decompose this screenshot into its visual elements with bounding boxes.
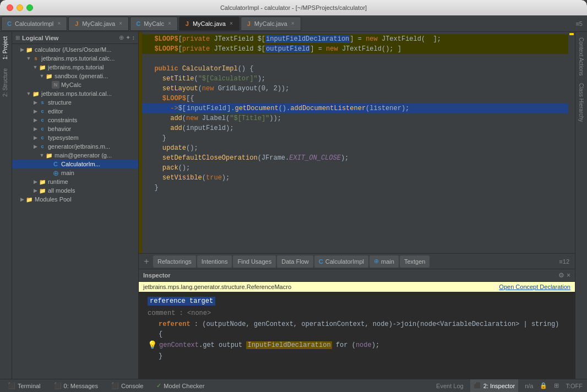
tree-item-tutorial-main[interactable]: ▼ 📁 jetbrains.mps.tutorial bbox=[12, 63, 138, 72]
tab-close-icon[interactable]: × bbox=[290, 20, 296, 27]
inspector-path-text: jetbrains.mps.lang.generator.structure.R… bbox=[143, 284, 291, 290]
j-icon: J bbox=[246, 20, 252, 27]
generator-icon: c bbox=[39, 143, 46, 150]
tree-item-structure[interactable]: ▶ s structure bbox=[12, 98, 138, 107]
panel-title: Logical View bbox=[22, 35, 58, 41]
tree-item-runtime[interactable]: ▶ 📁 runtime bbox=[12, 177, 138, 186]
right-tab-class-hierarchy[interactable]: Class Hierarchy bbox=[577, 80, 586, 126]
tab-close-icon[interactable]: × bbox=[117, 20, 124, 27]
tree-item-tutorial-cal[interactable]: ▼ 📁 jetbrains.mps.tutorial.cal... bbox=[12, 89, 138, 98]
add-tab-button[interactable]: + bbox=[141, 256, 152, 267]
tab-mycalc-java-1[interactable]: J MyCalc.java × bbox=[68, 17, 129, 31]
editor-content[interactable]: $LOOP$[private JTextField $[inputFieldDe… bbox=[142, 32, 568, 253]
status-tab-console[interactable]: ⬛ Console bbox=[108, 379, 146, 393]
inspector-title: Inspector bbox=[143, 272, 171, 279]
right-gutter-bar bbox=[568, 32, 575, 253]
tab-main-bottom[interactable]: ⊕ main bbox=[369, 255, 399, 268]
tab-mycalc-java-2[interactable]: J MyCalc.java × bbox=[179, 17, 240, 31]
folder-icon: 📁 bbox=[25, 46, 33, 53]
inspector-comment-row: comment : <none> bbox=[148, 308, 566, 318]
tool-sort-icon[interactable]: ↕ bbox=[132, 34, 135, 41]
sidebar-tab-structure[interactable]: 2: Structure bbox=[0, 64, 12, 101]
messages-icon: ⬛ bbox=[54, 382, 62, 389]
status-tab-inspector[interactable]: ⬛ 2: Inspector bbox=[470, 379, 518, 393]
tab-label: Find Usages bbox=[237, 258, 271, 265]
code-line: setTitle("$[Calculator]"); bbox=[142, 74, 568, 84]
event-log-link[interactable]: Event Log bbox=[436, 383, 464, 389]
tab-data-flow[interactable]: Data Flow bbox=[277, 255, 313, 268]
tab-refactorings[interactable]: Refactorings bbox=[153, 255, 196, 268]
main-icon: ⊕ bbox=[52, 169, 59, 177]
j-icon: J bbox=[73, 20, 80, 27]
tab-close-icon[interactable]: × bbox=[228, 20, 235, 27]
tabs-overflow-count[interactable]: ≡12 bbox=[556, 258, 573, 265]
inspector-settings-icon[interactable]: ⚙ bbox=[558, 271, 564, 279]
tree-item-main-generator[interactable]: ▼ 📁 main@generator (g... bbox=[12, 151, 138, 160]
tab-calculatorimpl-bottom[interactable]: C CalculatorImpl bbox=[314, 255, 368, 268]
tree-item-calculatorimpl[interactable]: C CalculatorIm... bbox=[12, 160, 138, 168]
tree-item-all-models[interactable]: ▶ 📁 all models bbox=[12, 186, 138, 195]
tab-label: CalculatorImpl bbox=[15, 20, 53, 27]
tab-label: MyCalc bbox=[144, 20, 164, 27]
tree-item-modules-pool[interactable]: ▶ 📁 Modules Pool bbox=[12, 195, 138, 204]
tab-label: main bbox=[381, 258, 394, 265]
inspector-close-brace-row: } bbox=[148, 351, 566, 361]
tree-item-mycalc-n[interactable]: N MyCalc bbox=[12, 80, 138, 89]
tree-item-sandbox[interactable]: ▼ 📁 sandbox (generati... bbox=[12, 72, 138, 80]
tree-item-main[interactable]: ⊕ main bbox=[12, 168, 138, 177]
inspector-ref-target-row: reference target bbox=[148, 296, 566, 306]
close-button[interactable] bbox=[7, 4, 13, 11]
sidebar-tab-project[interactable]: 1: Project bbox=[0, 32, 12, 64]
folder-icon: 📁 bbox=[39, 178, 46, 186]
title-bar: CalculatorImpl - calculator - [~/MPSProj… bbox=[0, 0, 587, 15]
status-tab-terminal[interactable]: ⬛ Terminal bbox=[4, 379, 44, 393]
tree-item-calculator[interactable]: ▶ 📁 calculator (/Users/Oscar/M... bbox=[12, 45, 138, 54]
open-concept-link[interactable]: Open Concept Declaration bbox=[499, 284, 570, 290]
model-checker-icon: ✓ bbox=[156, 382, 161, 389]
tool-settings-icon[interactable]: ✦ bbox=[126, 34, 131, 41]
tab-close-icon[interactable]: × bbox=[166, 20, 173, 27]
tab-mycalc-java-3[interactable]: J MyCalc.java × bbox=[241, 17, 301, 31]
content-area: 1: Project 2: Structure ⊞ Logical View ⊕… bbox=[0, 32, 587, 379]
c-icon: C bbox=[135, 20, 142, 27]
tab-calculatorimpl[interactable]: C CalculatorImpl × bbox=[1, 17, 67, 31]
status-tab-messages[interactable]: ⬛ 0: Messages bbox=[51, 379, 101, 393]
inspector-tools: ⚙ × bbox=[558, 271, 570, 279]
code-line: $LOOP$[private JTextField $[inputFieldDe… bbox=[142, 34, 568, 44]
tool-add-icon[interactable]: ⊕ bbox=[119, 34, 124, 41]
tab-intentions[interactable]: Intentions bbox=[197, 255, 232, 268]
layout-icon: ⊞ bbox=[554, 382, 559, 389]
tree-item-generator[interactable]: ▶ c generator/jetbrains.m... bbox=[12, 142, 138, 151]
code-line bbox=[142, 54, 568, 64]
code-line: setLayout(new GridLayout(0, 2)); bbox=[142, 84, 568, 94]
folder-icon: 📁 bbox=[39, 63, 46, 71]
code-line: pack(); bbox=[142, 163, 568, 173]
tree-item-typesystem[interactable]: ▶ c typesystem bbox=[12, 133, 138, 142]
code-line: add(new JLabel("$[Title]")); bbox=[142, 113, 568, 123]
tab-find-usages[interactable]: Find Usages bbox=[233, 255, 276, 268]
code-line: $LOOP$[private JTextField $[outputField]… bbox=[142, 44, 568, 54]
status-right: Event Log ⬛ 2: Inspector n/a 🔒 ⊞ T:OFF bbox=[436, 379, 583, 393]
project-panel: ⊞ Logical View ⊕ ✦ ↕ ▶ 📁 calculator (/Us… bbox=[12, 32, 139, 379]
inspector-close-icon[interactable]: × bbox=[567, 271, 570, 279]
tabs-overflow[interactable]: ≡5 bbox=[572, 20, 586, 27]
tree-item-tutorial[interactable]: ▼ s jetbrains.mps.tutorial.calc... bbox=[12, 54, 138, 63]
status-tab-model-checker[interactable]: ✓ Model Checker bbox=[153, 379, 208, 393]
lightbulb-icon: 💡 bbox=[148, 340, 157, 350]
tab-close-icon[interactable]: × bbox=[56, 20, 62, 27]
tab-mycalc[interactable]: C MyCalc × bbox=[130, 17, 178, 31]
right-tab-context-actions[interactable]: Context Actions bbox=[577, 34, 586, 79]
panel-header: ⊞ Logical View ⊕ ✦ ↕ bbox=[12, 32, 138, 44]
tree-item-editor[interactable]: ▶ c editor bbox=[12, 107, 138, 116]
code-line: setVisible(true); bbox=[142, 173, 568, 183]
tree-item-constraints[interactable]: ▶ c constraints bbox=[12, 116, 138, 124]
minimize-button[interactable] bbox=[17, 4, 23, 11]
view-icon: ⊞ bbox=[15, 35, 20, 41]
tree-item-behavior[interactable]: ▶ c behavior bbox=[12, 124, 138, 133]
tab-label: MyCalc.java bbox=[82, 20, 115, 27]
maximize-button[interactable] bbox=[26, 4, 33, 11]
inspector-icon: ⬛ bbox=[474, 382, 481, 389]
tab-textgen[interactable]: Textgen bbox=[400, 255, 430, 268]
inspector-gen-context-row: 💡 genContext.get output InputFieldDeclar… bbox=[148, 340, 566, 350]
comment-label: comment : <none> bbox=[148, 309, 211, 317]
